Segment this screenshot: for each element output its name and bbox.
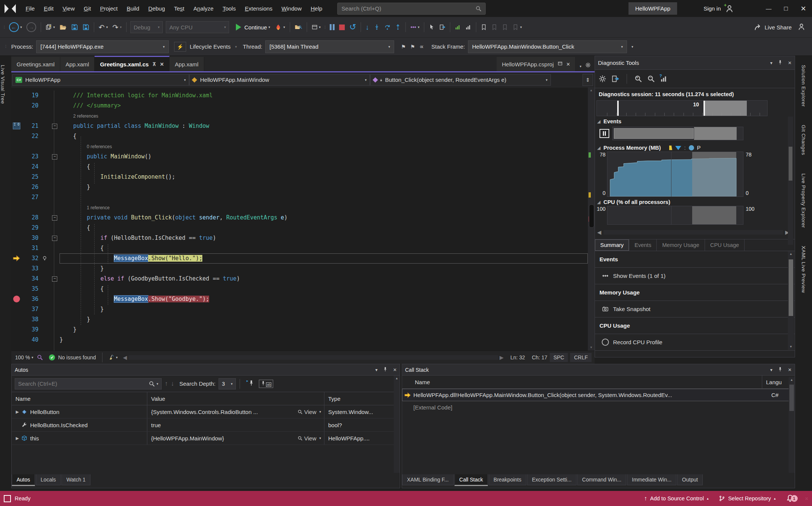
health-indicator-icon[interactable] (37, 354, 43, 360)
side-tab-xaml-live-preview[interactable]: XAML Live Preview (801, 242, 806, 297)
menu-debug[interactable]: Debug (144, 4, 170, 13)
undo-button[interactable]: ↶▾ (97, 23, 109, 32)
tab-hellowpfapp-csproj[interactable]: HelloWPFApp.csproj ✕ (497, 57, 576, 71)
view-visualizer-link[interactable]: View▾ (298, 409, 324, 415)
autos-search-box[interactable]: Search (Ctrl+E) ▾ (15, 378, 162, 389)
tab-app-xaml[interactable]: App.xaml (170, 57, 204, 71)
search-icon[interactable] (149, 381, 155, 387)
maximize-button[interactable]: □ (777, 0, 795, 17)
stack-frame-row-0[interactable]: HelloWPFApp.dll!HelloWPFApp.MainWindow.B… (402, 389, 795, 401)
close-icon[interactable]: ✕ (788, 60, 792, 66)
fold-margin[interactable]: − (49, 213, 60, 223)
column-name[interactable]: Name (12, 392, 147, 405)
diagnostics-horizontal-scrollbar[interactable]: ◀ ▶ ▾ (595, 228, 795, 237)
diagnostics-tools-button[interactable]: ▾ (409, 23, 421, 31)
menu-edit[interactable]: Edit (39, 4, 58, 13)
tab-app-xaml[interactable]: App.xaml (60, 57, 95, 71)
tab-xaml-binding-f-[interactable]: XAML Binding F... (402, 474, 454, 485)
code-line-36[interactable]: 36 MessageBox.Show("Goodbye."); (11, 294, 588, 304)
editor-horizontal-scrollbar[interactable] (128, 355, 498, 360)
process-dropdown[interactable]: [7444] HelloWPFApp.exe▾ (36, 40, 169, 53)
breadcrumb-project[interactable]: C# HelloWPFApp ▾ (12, 74, 189, 86)
select-repository-button[interactable]: Select Repository ▴ (719, 495, 775, 501)
redo-button[interactable]: ↷▾ (111, 23, 123, 32)
navigate-home-button[interactable]: ▾ (310, 23, 323, 31)
feedback-button[interactable] (798, 23, 805, 32)
call-stack-header[interactable]: Call Stack ▾ ✕ (402, 364, 795, 376)
minimize-button[interactable]: — (760, 0, 777, 17)
cpu-chart[interactable] (607, 206, 743, 225)
current-statement-arrow-icon[interactable] (11, 253, 23, 264)
code-line-32[interactable]: 32 MessageBox.Show("Hello."); (11, 253, 588, 264)
live-share-button[interactable]: Live Share (754, 23, 792, 31)
summary-action-show-events-1-of-1-[interactable]: Show Events (1 of 1) (595, 268, 795, 284)
notifications-button[interactable]: 1 (786, 494, 794, 503)
menu-tools[interactable]: Tools (218, 4, 240, 13)
collapse-box-icon[interactable]: − (52, 236, 57, 241)
column-indicator[interactable]: Ch: 17 (532, 354, 547, 360)
code-line-lens[interactable]: 0 references (11, 141, 588, 152)
breakpoint-dot-icon[interactable] (13, 296, 20, 302)
tab-greetings-xaml-cs[interactable]: Greetings.xaml.cs⊼✕ (95, 56, 170, 71)
suspend-threads-icon[interactable]: ∝ (418, 42, 425, 51)
show-pinned-properties-icon[interactable]: ab (259, 380, 273, 388)
thread-dropdown[interactable]: [5368] Main Thread▾ (265, 40, 394, 53)
window-position-caret[interactable]: ▾ (375, 367, 378, 373)
stack-frame-row-1[interactable]: [External Code] (402, 401, 795, 414)
stop-debugging-button[interactable] (338, 23, 346, 31)
menu-test[interactable]: Test (170, 4, 189, 13)
hot-reload-button[interactable]: ▾ (273, 23, 287, 32)
search-icon[interactable] (476, 6, 482, 12)
lifecycle-events-dropdown[interactable]: Lifecycle Events (190, 43, 231, 50)
toolbar-grip[interactable]: ⁞ (5, 44, 7, 49)
search-previous-icon[interactable]: ↑ (165, 380, 168, 388)
quick-search-box[interactable]: Search (Ctrl+Q) (337, 3, 486, 15)
code-line-26[interactable]: 26 } (11, 182, 588, 192)
tab-call-stack[interactable]: Call Stack (454, 474, 488, 486)
view-visualizer-link[interactable]: View▾ (298, 435, 324, 442)
breadcrumb-class[interactable]: HelloWPFApp.MainWindow ▾ (189, 74, 370, 86)
show-next-statement-button[interactable]: ↓ (364, 23, 371, 32)
menu-help[interactable]: Help (306, 4, 327, 13)
tab-output[interactable]: Output (677, 474, 703, 485)
inheritance-margin-icon[interactable]: I O (11, 121, 23, 131)
toolbar-grip[interactable]: ⁞ (324, 25, 326, 29)
zoom-dropdown[interactable]: 100 % (15, 354, 30, 360)
indent-decrease-icon[interactable] (464, 23, 473, 31)
code-line-27[interactable]: 27 (11, 192, 588, 202)
side-tab-live-property-explorer[interactable]: Live Property Explorer (801, 170, 806, 232)
close-icon[interactable]: ✕ (393, 367, 397, 373)
search-depth-dropdown[interactable]: 3▾ (219, 378, 236, 389)
code-line-28[interactable]: 28− private void Button_Click(object sen… (11, 213, 588, 223)
memory-chart[interactable] (607, 152, 743, 197)
code-cleanup-caret[interactable]: ▾ (116, 356, 118, 359)
break-all-button[interactable] (328, 23, 336, 31)
toolbar-overflow-button[interactable]: ▾ (632, 45, 633, 49)
menu-analyze[interactable]: Analyze (189, 4, 218, 13)
document-outline-button[interactable] (438, 23, 447, 31)
menu-window[interactable]: Window (277, 4, 306, 13)
code-line-39[interactable]: 39 } (11, 325, 588, 335)
diag-tab-cpu-usage[interactable]: CPU Usage (705, 239, 745, 251)
tab-greetings-xaml[interactable]: Greetings.xaml (11, 57, 60, 71)
code-line-37[interactable]: 37 } (11, 304, 588, 314)
resize-grip[interactable]: ⁙ (805, 497, 809, 501)
bookmark-button[interactable] (479, 23, 488, 31)
tab-exception-setti-[interactable]: Exception Setti... (527, 474, 577, 485)
code-line-19[interactable]: 19 /// Interaction logic for MainWindow.… (11, 90, 588, 101)
line-ending-indicator[interactable]: CRLF (570, 353, 592, 362)
row-expander[interactable]: ▶ (13, 409, 21, 414)
diagnostics-settings-gear-icon[interactable] (599, 75, 606, 83)
split-editor-handle[interactable]: ⇕ (583, 74, 593, 86)
step-out-button[interactable] (393, 23, 402, 31)
code-line-21[interactable]: I O21− public partial class MainWindow :… (11, 121, 588, 131)
scroll-up-arrow[interactable]: ▲ (788, 251, 794, 257)
background-tasks-icon[interactable] (4, 495, 11, 502)
close-icon[interactable]: ✕ (788, 367, 792, 373)
zoom-in-icon[interactable]: + (635, 75, 642, 83)
memory-section-header[interactable]: ◢ Process Memory (MB) : P (595, 143, 795, 152)
fold-margin[interactable]: − (49, 121, 60, 131)
timeline-ruler[interactable]: 10 (596, 100, 768, 116)
column-type[interactable]: Type (324, 392, 400, 405)
side-tab-git-changes[interactable]: Git Changes (801, 121, 806, 159)
